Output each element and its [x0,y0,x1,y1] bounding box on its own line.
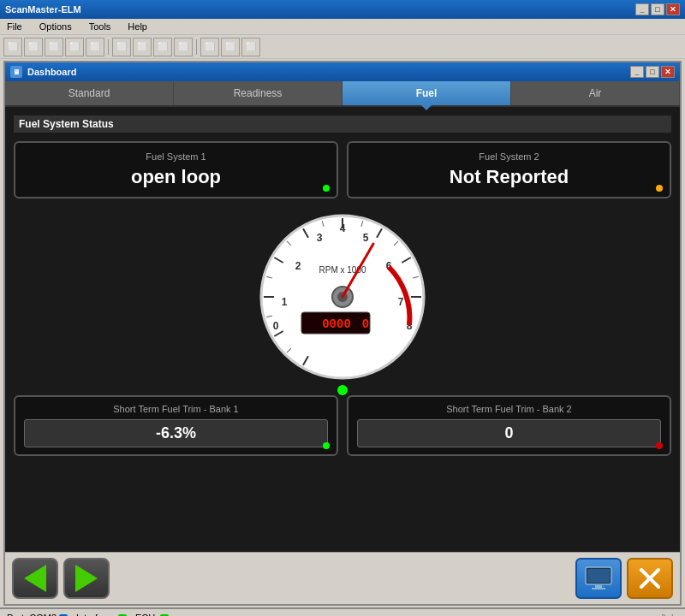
toolbar-btn-1[interactable]: ⬜ [3,38,22,56]
tab-standard[interactable]: Standard [5,81,174,105]
trim-bank1-label: Short Term Fuel Trim - Bank 1 [24,404,328,414]
main-window-controls: _ □ ✕ [635,3,680,15]
nav-buttons [12,558,110,599]
svg-text:2: 2 [295,260,301,272]
tab-fuel[interactable]: Fuel [342,81,511,105]
trim-bank2-dot [656,442,663,449]
toolbar-btn-3[interactable]: ⬜ [45,38,63,56]
fuel-system-1-box: Fuel System 1 open loop [14,141,338,198]
action-buttons [575,558,673,599]
trim-row: Short Term Fuel Trim - Bank 1 -6.3% Shor… [14,395,671,456]
fuel-system-1-value: open loop [28,166,324,188]
dashboard-maximize[interactable]: □ [646,66,659,78]
fuel-system-2-box: Fuel System 2 Not Reported [347,141,671,198]
menu-bar: File Options Tools Help [0,19,685,35]
menu-help[interactable]: Help [124,21,151,33]
close-btn[interactable]: ✕ [666,3,680,15]
svg-text:1: 1 [282,296,288,308]
gauge-svg: 0 1 2 3 4 5 6 7 8 RPM x 1000 [257,211,428,382]
status-left: Port: COM3 Interface: ECU: [7,613,169,616]
toolbar-btn-5[interactable]: ⬜ [86,38,104,56]
trim-bank1-value: -6.3% [156,424,196,441]
svg-text:0: 0 [273,320,279,332]
svg-text:0: 0 [362,317,369,331]
toolbar-btn-10[interactable]: ⬜ [200,38,219,56]
interface-label: Interface: [76,613,116,616]
port-value: COM3 [29,613,57,616]
maximize-btn[interactable]: □ [651,3,664,15]
trim-bank1-box: Short Term Fuel Trim - Bank 1 -6.3% [14,395,338,456]
ecu-indicator: ECU: [135,613,169,616]
ecu-label: ECU: [135,613,158,616]
minimize-btn[interactable]: _ [635,3,649,15]
back-arrow-icon [24,565,46,592]
dashboard-minimize[interactable]: _ [630,66,644,78]
monitor-icon [585,566,612,590]
toolbar-sep-2 [196,39,197,55]
trim-bank2-label: Short Term Fuel Trim - Bank 2 [357,404,661,414]
interface-indicator: Interface: [76,613,127,616]
app-window: ScanMaster-ELM _ □ ✕ File Options Tools … [0,0,685,616]
dashboard-title: Dashboard [27,67,76,77]
toolbar: ⬜ ⬜ ⬜ ⬜ ⬜ ⬜ ⬜ ⬜ ⬜ ⬜ ⬜ ⬜ [0,35,685,59]
trim-bank2-container: 0 [357,419,661,447]
toolbar-btn-12[interactable]: ⬜ [241,38,260,56]
main-content: Fuel System Status Fuel System 1 open lo… [5,107,680,552]
toolbar-btn-11[interactable]: ⬜ [221,38,240,56]
svg-text:4: 4 [340,222,346,234]
gauge-wrapper: 0 1 2 3 4 5 6 7 8 RPM x 1000 [257,211,428,382]
trim-bank1-container: -6.3% [24,419,328,447]
forward-button[interactable] [63,558,110,599]
tab-readiness[interactable]: Readiness [174,81,342,105]
exit-button[interactable] [627,558,673,599]
fuel-system-1-label: Fuel System 1 [28,151,324,162]
svg-rect-37 [595,585,602,588]
toolbar-btn-2[interactable]: ⬜ [24,38,43,56]
toolbar-sep-1 [108,39,109,55]
svg-text:0000: 0000 [322,317,351,331]
section-title: Fuel System Status [14,116,671,133]
toolbar-btn-8[interactable]: ⬜ [153,38,172,56]
status-bar: Port: COM3 Interface: ECU: www.wgsoft.de [0,607,685,616]
port-indicator: Port: COM3 [7,613,68,616]
main-title-bar: ScanMaster-ELM _ □ ✕ [0,0,685,19]
back-button[interactable] [12,558,58,599]
fuel-system-2-dot [656,185,663,192]
toolbar-btn-7[interactable]: ⬜ [133,38,152,56]
toolbar-btn-6[interactable]: ⬜ [112,38,131,56]
dashboard-title-left: 🖥 Dashboard [10,66,76,78]
dashboard-close[interactable]: ✕ [661,66,675,78]
fuel-system-2-label: Fuel System 2 [361,151,657,162]
menu-file[interactable]: File [3,21,26,33]
app-title: ScanMaster-ELM [5,4,81,15]
website-label: www.wgsoft.de [621,613,678,617]
tab-air[interactable]: Air [511,81,680,105]
dashboard-icon: 🖥 [10,66,22,78]
monitor-button[interactable] [575,558,622,599]
svg-rect-36 [587,569,610,583]
trim-bank2-box: Short Term Fuel Trim - Bank 2 0 [347,395,671,456]
fuel-system-1-dot [323,185,330,192]
forward-arrow-icon [75,565,98,592]
svg-text:3: 3 [317,232,323,244]
svg-text:5: 5 [363,232,369,244]
dashboard-controls: _ □ ✕ [630,66,675,78]
gauge-green-dot [337,385,348,395]
fuel-systems-row: Fuel System 1 open loop Fuel System 2 No… [14,141,671,198]
dashboard-title-bar: 🖥 Dashboard _ □ ✕ [5,62,680,81]
close-x-icon [638,566,662,590]
toolbar-btn-9[interactable]: ⬜ [174,38,193,56]
gauge-container: 0 1 2 3 4 5 6 7 8 RPM x 1000 [14,211,671,382]
svg-text:7: 7 [398,296,404,308]
toolbar-btn-4[interactable]: ⬜ [65,38,84,56]
menu-tools[interactable]: Tools [86,21,115,33]
dashboard-window: 🖥 Dashboard _ □ ✕ Standard Readiness Fue… [3,61,682,606]
bottom-toolbar [5,552,680,604]
tabs-container: Standard Readiness Fuel Air [5,81,680,107]
trim-bank2-value: 0 [504,424,513,441]
menu-options[interactable]: Options [36,21,75,33]
trim-bank1-dot [323,442,330,449]
fuel-system-2-value: Not Reported [361,166,657,188]
svg-rect-38 [592,588,605,589]
port-label: Port: [7,613,27,616]
